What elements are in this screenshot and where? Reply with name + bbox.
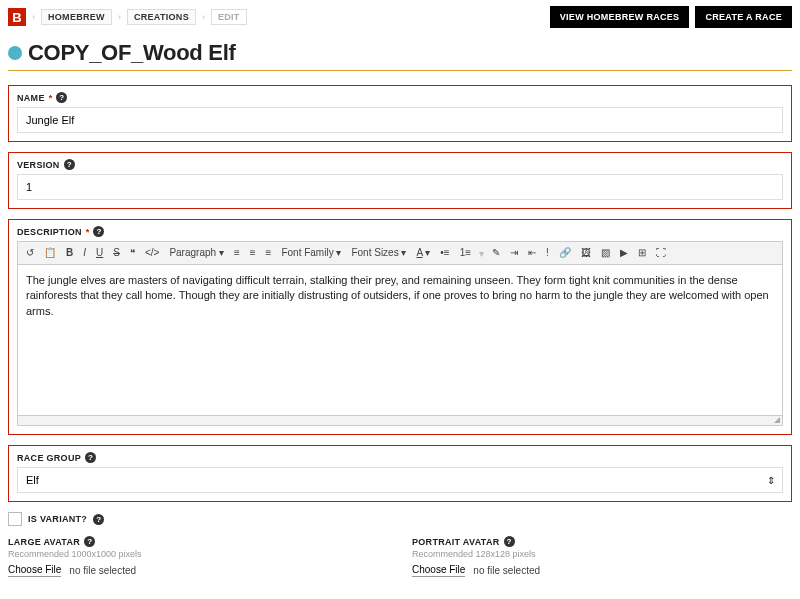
- media-icon[interactable]: ▧: [599, 246, 612, 260]
- description-field-group: DESCRIPTION * ? ↺ 📋 B I U S ❝ </> Paragr…: [8, 219, 792, 435]
- strike-icon[interactable]: S: [111, 246, 122, 260]
- clear-format-icon[interactable]: ✎: [490, 246, 502, 260]
- font-sizes-select[interactable]: Font Sizes ▾: [349, 246, 408, 260]
- video-icon[interactable]: ▶: [618, 246, 630, 260]
- align-left-icon[interactable]: ≡: [232, 246, 242, 260]
- divider: [8, 70, 792, 71]
- help-icon[interactable]: ?: [93, 226, 104, 237]
- breadcrumb: B › HOMEBREW › CREATIONS › EDIT: [8, 8, 247, 26]
- version-field-group: VERSION ?: [8, 152, 792, 209]
- race-group-label: RACE GROUP: [17, 453, 81, 463]
- large-avatar-hint: Recommended 1000x1000 pixels: [8, 549, 388, 559]
- large-avatar-label: LARGE AVATAR: [8, 537, 80, 547]
- help-icon[interactable]: ?: [56, 92, 67, 103]
- align-center-icon[interactable]: ≡: [248, 246, 258, 260]
- name-field-group: NAME * ?: [8, 85, 792, 142]
- chevron-right-icon: ›: [32, 12, 35, 22]
- logo-icon[interactable]: B: [8, 8, 26, 26]
- required-icon: *: [86, 227, 90, 237]
- resize-handle-icon[interactable]: [18, 415, 782, 425]
- breadcrumb-edit: EDIT: [211, 9, 247, 25]
- number-list-icon[interactable]: 1≡: [458, 246, 473, 260]
- outdent-icon[interactable]: ⇤: [526, 246, 538, 260]
- breadcrumb-creations[interactable]: CREATIONS: [127, 9, 196, 25]
- help-icon[interactable]: ?: [64, 159, 75, 170]
- chevron-right-icon: ›: [118, 12, 121, 22]
- help-icon[interactable]: ?: [504, 536, 515, 547]
- version-input[interactable]: [17, 174, 783, 200]
- large-avatar-file-state: no file selected: [69, 565, 136, 576]
- large-avatar-choose-file-button[interactable]: Choose File: [8, 563, 61, 577]
- bullet-list-icon[interactable]: •≡: [438, 246, 451, 260]
- version-label: VERSION: [17, 160, 60, 170]
- race-group-field-group: RACE GROUP ? Elf ⇕: [8, 445, 792, 502]
- underline-icon[interactable]: U: [94, 246, 105, 260]
- bold-icon[interactable]: B: [64, 246, 75, 260]
- description-label: DESCRIPTION: [17, 227, 82, 237]
- coin-icon: [8, 46, 22, 60]
- font-family-select[interactable]: Font Family ▾: [279, 246, 343, 260]
- race-group-select[interactable]: Elf: [17, 467, 783, 493]
- rich-text-editor: ↺ 📋 B I U S ❝ </> Paragraph ▾ ≡ ≡ ≡ Font…: [17, 241, 783, 426]
- breadcrumb-homebrew[interactable]: HOMEBREW: [41, 9, 112, 25]
- indent-icon[interactable]: ⇥: [508, 246, 520, 260]
- help-icon[interactable]: ?: [85, 452, 96, 463]
- embed-icon[interactable]: ⊞: [636, 246, 648, 260]
- help-icon[interactable]: ?: [93, 514, 104, 525]
- view-homebrew-races-button[interactable]: VIEW HOMEBREW RACES: [550, 6, 690, 28]
- align-right-icon[interactable]: ≡: [264, 246, 274, 260]
- code-icon[interactable]: </>: [143, 246, 161, 260]
- portrait-avatar-group: PORTRAIT AVATAR ? Recommended 128x128 pi…: [412, 536, 792, 577]
- portrait-avatar-choose-file-button[interactable]: Choose File: [412, 563, 465, 577]
- italic-icon[interactable]: I: [81, 246, 88, 260]
- required-icon: *: [49, 93, 53, 103]
- image-icon[interactable]: 🖼: [579, 246, 593, 260]
- help-icon[interactable]: ?: [84, 536, 95, 547]
- undo-icon[interactable]: ↺: [24, 246, 36, 260]
- portrait-avatar-label: PORTRAIT AVATAR: [412, 537, 500, 547]
- format-select[interactable]: Paragraph ▾: [167, 246, 225, 260]
- large-avatar-group: LARGE AVATAR ? Recommended 1000x1000 pix…: [8, 536, 388, 577]
- description-input[interactable]: The jungle elves are masters of navigati…: [18, 265, 782, 415]
- name-input[interactable]: [17, 107, 783, 133]
- name-label: NAME: [17, 93, 45, 103]
- portrait-avatar-hint: Recommended 128x128 pixels: [412, 549, 792, 559]
- is-variant-label: IS VARIANT?: [28, 514, 87, 524]
- create-a-race-button[interactable]: CREATE A RACE: [695, 6, 792, 28]
- rte-toolbar: ↺ 📋 B I U S ❝ </> Paragraph ▾ ≡ ≡ ≡ Font…: [18, 242, 782, 265]
- text-color-icon[interactable]: A ▾: [414, 246, 432, 260]
- fullscreen-icon[interactable]: ⛶: [654, 246, 668, 260]
- special-icon[interactable]: !: [544, 246, 551, 260]
- is-variant-checkbox[interactable]: [8, 512, 22, 526]
- paste-icon[interactable]: 📋: [42, 246, 58, 260]
- portrait-avatar-file-state: no file selected: [473, 565, 540, 576]
- quote-icon[interactable]: ❝: [128, 246, 137, 260]
- chevron-right-icon: ›: [202, 12, 205, 22]
- link-icon[interactable]: 🔗: [557, 246, 573, 260]
- page-title: COPY_OF_Wood Elf: [28, 40, 235, 66]
